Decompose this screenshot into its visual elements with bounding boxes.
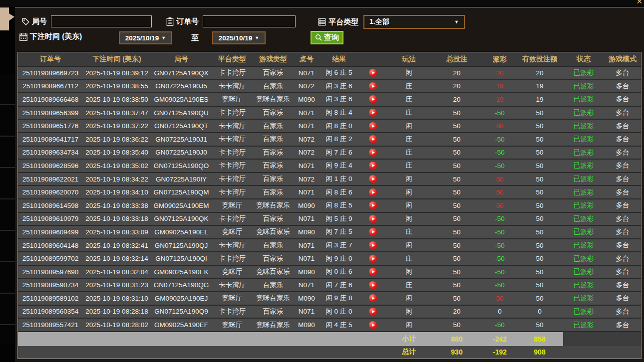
platform-select[interactable]: 1.全部 ▼: [363, 15, 465, 29]
cell-payout: -50: [483, 162, 516, 170]
date-from-picker[interactable]: 2025/10/19 ▼: [119, 31, 172, 44]
replay-play-button[interactable]: [369, 255, 377, 263]
cell-total-bet: 50: [430, 215, 483, 222]
cell-table-no: M090: [294, 96, 320, 103]
order-input[interactable]: [203, 15, 296, 27]
cell-round-id: GN07125A190QX: [151, 69, 212, 77]
cell-game-mode: 多台: [604, 281, 641, 290]
query-button[interactable]: 查询: [311, 31, 343, 44]
cell-order-id: 251019089609499: [18, 228, 83, 236]
replay-play-button[interactable]: [369, 294, 377, 302]
cell-game-mode: 多台: [604, 267, 641, 276]
replay-play-button[interactable]: [369, 228, 377, 236]
cell-platform: 竞咪厅: [212, 267, 253, 276]
cell-replay: [358, 308, 387, 316]
replay-play-button[interactable]: [369, 122, 377, 130]
cell-status: 已派彩: [563, 68, 604, 77]
cell-payout: 50: [483, 295, 516, 302]
replay-play-button[interactable]: [369, 149, 377, 157]
cell-valid-bet: 50: [516, 321, 563, 329]
cell-valid-bet: 19: [516, 96, 563, 103]
cell-bet-time: 2025-10-19 08:39:12: [83, 69, 151, 77]
replay-play-button[interactable]: [369, 241, 377, 249]
replay-play-button[interactable]: [369, 135, 377, 143]
cell-game-mode: 多台: [604, 148, 641, 157]
column-header: 总投注: [430, 55, 483, 64]
cell-platform: 卡卡湾厅: [212, 161, 253, 170]
replay-play-button[interactable]: [369, 201, 377, 209]
cell-payout: 50: [483, 202, 516, 209]
cell-bet-time: 2025-10-19 08:32:14: [83, 255, 151, 262]
date-to-picker[interactable]: 2025/10/19 ▼: [212, 31, 266, 44]
cell-table-no: N071: [294, 188, 320, 196]
order-label: 订单号: [176, 17, 199, 26]
cell-game-type: 百家乐: [253, 82, 294, 91]
cell-status: 已派彩: [563, 307, 604, 316]
cell-game-type: 百家乐: [253, 254, 294, 263]
column-header: 结果: [320, 55, 358, 64]
replay-play-button[interactable]: [369, 321, 377, 329]
replay-play-button[interactable]: [369, 281, 377, 289]
cell-table-no: N071: [294, 308, 320, 315]
cell-replay: [358, 69, 387, 77]
date-to-value: 2025/10/19: [219, 34, 253, 42]
play-icon: [372, 217, 375, 220]
replay-play-button[interactable]: [369, 162, 377, 170]
round-input[interactable]: [51, 15, 152, 27]
cell-payout: -50: [483, 136, 516, 143]
cell-replay: [358, 122, 387, 130]
cell-round-id: GM09025A190ES: [151, 96, 212, 103]
cell-total-bet: 20: [430, 82, 483, 90]
play-icon: [372, 324, 375, 327]
cell-replay: [358, 321, 387, 329]
table-row: 251019089634734 2025-10-19 08:35:40 GN07…: [18, 147, 641, 160]
cell-total-bet: 50: [430, 255, 483, 262]
cell-order-id: 251019089669723: [18, 69, 83, 77]
column-header: 下注时间 (美东): [83, 55, 151, 64]
grand-total-total-bet: 930: [430, 348, 483, 356]
cell-total-bet: 50: [430, 176, 483, 183]
grand-total-label: 总计: [387, 348, 430, 357]
cell-status: 已派彩: [563, 321, 604, 330]
replay-play-button[interactable]: [369, 268, 377, 276]
cell-order-id: 251019089610979: [18, 215, 83, 222]
cell-bet-type: 庄: [387, 82, 430, 91]
chevron-down-icon: ▼: [454, 19, 459, 24]
column-header: 状态: [563, 55, 604, 64]
cell-payout: -50: [483, 242, 516, 249]
cell-order-id: 251019089634734: [18, 149, 83, 156]
replay-play-button[interactable]: [369, 175, 377, 183]
play-icon: [372, 310, 375, 313]
cell-replay: [358, 294, 387, 302]
cell-game-type: 百家乐: [253, 68, 294, 77]
cell-bet-type: 庄: [387, 135, 430, 144]
replay-play-button[interactable]: [369, 82, 377, 90]
play-icon: [372, 125, 375, 128]
table-row: 251019089641717 2025-10-19 08:36:22 GN07…: [18, 133, 641, 147]
replay-play-button[interactable]: [369, 109, 377, 117]
cell-game-mode: 多台: [604, 321, 641, 330]
cell-game-mode: 多台: [604, 122, 641, 131]
replay-play-button[interactable]: [369, 308, 377, 316]
cell-platform: 竞咪厅: [212, 95, 253, 104]
side-pull-tab[interactable]: [0, 7, 14, 30]
play-icon: [372, 270, 375, 273]
cell-result: 闲 8 庄 6: [320, 188, 358, 197]
replay-play-button[interactable]: [369, 69, 377, 77]
cell-result: 闲 1 庄 0: [320, 175, 358, 183]
close-icon[interactable]: ✕: [636, 0, 643, 6]
replay-play-button[interactable]: [369, 95, 377, 103]
cell-result: 闲 4 庄 5: [320, 321, 358, 330]
cell-payout: 50: [483, 176, 516, 183]
cell-order-id: 251019089622021: [18, 176, 83, 183]
cell-result: 闲 8 庄 0: [320, 122, 358, 131]
replay-play-button[interactable]: [369, 188, 377, 196]
play-icon: [372, 204, 375, 207]
cell-replay: [358, 149, 387, 157]
table-row: 251019089667112 2025-10-19 08:38:55 GN07…: [18, 80, 641, 94]
subtotal-total-bet: 880: [430, 332, 483, 346]
cell-platform: 卡卡湾厅: [212, 307, 253, 316]
cell-payout: -50: [483, 215, 516, 222]
replay-play-button[interactable]: [369, 215, 377, 223]
cell-platform: 卡卡湾厅: [212, 68, 253, 77]
